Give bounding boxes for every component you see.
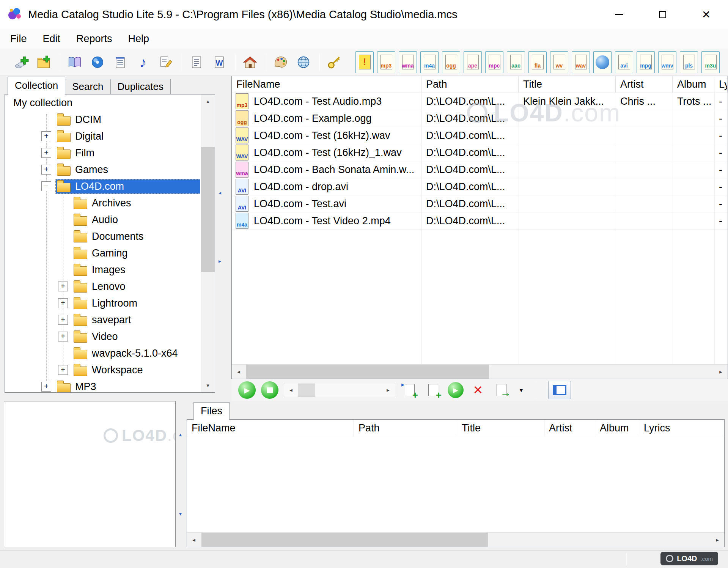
scroll-thumb[interactable] <box>246 365 489 379</box>
seek-right-arrow[interactable]: ▸ <box>381 383 395 397</box>
add-folder-files-button[interactable]: + <box>424 381 442 399</box>
stop-button[interactable] <box>261 381 278 399</box>
format-filter-button[interactable]: ogg <box>442 51 460 73</box>
scroll-right-arrow[interactable]: ▸ <box>714 365 728 379</box>
tree-item[interactable]: Gaming <box>5 245 200 261</box>
scroll-thumb[interactable] <box>201 147 215 272</box>
format-filter-button[interactable]: ! <box>355 51 374 73</box>
file-row[interactable]: ogg LO4D.com - Example.ogg D:\LO4D.com\L… <box>232 110 728 127</box>
home-button[interactable] <box>239 51 261 73</box>
format-filter-button[interactable]: wmv <box>658 51 676 73</box>
format-filter-button[interactable]: wv <box>550 51 568 73</box>
tree-vertical-scrollbar[interactable]: ▴ ▾ <box>201 94 215 392</box>
format-filter-button[interactable]: mp3 <box>377 51 395 73</box>
scroll-down-arrow[interactable]: ▾ <box>201 379 215 392</box>
minimize-button[interactable] <box>597 0 641 29</box>
seek-left-arrow[interactable]: ◂ <box>284 383 298 397</box>
close-button[interactable]: ✕ <box>684 0 728 29</box>
tree-item[interactable]: + MP3 <box>5 378 200 392</box>
format-filter-button[interactable]: avi <box>615 51 633 73</box>
tree-item[interactable]: + Workspace <box>5 362 200 378</box>
column-header[interactable]: Lyr <box>714 76 728 93</box>
tree-item[interactable]: + Games <box>5 161 200 178</box>
format-filter-button[interactable]: m4a <box>420 51 439 73</box>
file-row[interactable]: WAV LO4D.com - Test (16kHz)_1.wav D:\LO4… <box>232 144 728 161</box>
format-filter-button[interactable]: fla <box>528 51 547 73</box>
format-filter-button[interactable]: wma <box>399 51 417 73</box>
tree-item[interactable]: − LO4D.com <box>5 178 200 195</box>
tree-item[interactable]: + Digital <box>5 128 200 145</box>
column-header[interactable]: Title <box>519 76 616 93</box>
tree-item[interactable]: + Lightroom <box>5 295 200 312</box>
scroll-up-arrow[interactable]: ▴ <box>201 94 215 108</box>
format-filter-button[interactable]: m3u <box>701 51 720 73</box>
tree-item[interactable]: + savepart <box>5 312 200 328</box>
scroll-left-arrow[interactable]: ◂ <box>187 533 201 547</box>
column-header[interactable]: Path <box>421 76 519 93</box>
disc-burn-button[interactable] <box>87 51 108 73</box>
notes-button[interactable] <box>110 51 131 73</box>
report-button[interactable] <box>186 51 207 73</box>
seek-bar[interactable]: ◂ ▸ <box>284 383 395 397</box>
left-tab[interactable]: Search <box>65 79 110 94</box>
tree-item[interactable]: DCIM <box>5 111 200 128</box>
file-row[interactable]: WAV LO4D.com - Test (16kHz).wav D:\LO4D.… <box>232 127 728 144</box>
music-button[interactable]: ♪ <box>132 51 154 73</box>
file-row[interactable]: m4a LO4D.com - Test Video 2.mp4 D:\LO4D.… <box>232 212 728 230</box>
file-row[interactable]: mp3 LO4D.com - Test Audio.mp3 D:\LO4D.co… <box>232 93 728 110</box>
format-filter-button[interactable]: pls <box>680 51 698 73</box>
tree-expander[interactable]: + <box>41 131 51 141</box>
format-filter-button[interactable]: mpc <box>485 51 503 73</box>
column-header[interactable]: Album <box>595 420 639 437</box>
tree-expander[interactable]: + <box>58 332 68 341</box>
tree-expander[interactable]: + <box>58 365 68 375</box>
tree-expander[interactable]: + <box>58 282 68 291</box>
scroll-thumb[interactable] <box>201 533 488 547</box>
convert-menu-button[interactable]: ▾ <box>516 381 527 399</box>
tree-expander[interactable]: + <box>41 148 51 158</box>
column-header[interactable]: Artist <box>544 420 595 437</box>
column-header[interactable]: Path <box>354 420 457 437</box>
preview-toggle-button[interactable] <box>548 381 571 399</box>
bottom-splitter[interactable]: ▴ ▾ <box>179 401 184 547</box>
column-header[interactable]: FileName <box>187 420 354 437</box>
format-filter-button[interactable]: ape <box>464 51 482 73</box>
left-tab[interactable]: Collection <box>8 77 65 95</box>
menu-item[interactable]: File <box>2 29 35 49</box>
tree-expander[interactable]: + <box>41 165 51 175</box>
export-word-button[interactable]: W <box>209 51 230 73</box>
menu-item[interactable]: Edit <box>35 29 69 49</box>
file-row[interactable]: AVI LO4D.com - drop.avi D:\LO4D.com\L...… <box>232 178 728 195</box>
maximize-button[interactable] <box>641 0 684 29</box>
file-row[interactable]: wma LO4D.com - Bach Sonata Amin.w... D:\… <box>232 161 728 178</box>
seek-thumb[interactable] <box>298 384 315 396</box>
playlist-horizontal-scrollbar[interactable]: ◂ ▸ <box>187 532 724 547</box>
edit-button[interactable] <box>155 51 176 73</box>
tree-expander[interactable]: − <box>41 181 51 191</box>
tree-item[interactable]: + Video <box>5 328 200 345</box>
skins-button[interactable] <box>270 51 291 73</box>
panel-splitter[interactable]: ◂ ▸ <box>218 76 224 393</box>
loan-manager-button[interactable] <box>64 51 85 73</box>
files-tab[interactable]: Files <box>193 402 230 420</box>
add-files-button[interactable]: ▸ + <box>401 381 419 399</box>
format-filter-button[interactable]: mpg <box>637 51 655 73</box>
format-filter-button[interactable]: wav <box>572 51 590 73</box>
play-file-button[interactable]: ▶ <box>448 382 464 398</box>
tree-item[interactable]: + Lenovo <box>5 278 200 295</box>
menu-item[interactable]: Reports <box>68 29 120 49</box>
tree-item[interactable]: wavpack-5.1.0-x64 <box>5 345 200 362</box>
column-header[interactable]: Artist <box>616 76 673 93</box>
scroll-right-arrow[interactable]: ▸ <box>711 533 724 547</box>
tree-expander[interactable]: + <box>58 298 68 308</box>
tree-item[interactable]: Images <box>5 261 200 278</box>
tree-item[interactable]: Audio <box>5 211 200 228</box>
menu-item[interactable]: Help <box>120 29 157 49</box>
column-header[interactable]: Album <box>673 76 714 93</box>
add-media-button[interactable] <box>11 51 32 73</box>
file-list-horizontal-scrollbar[interactable]: ◂ ▸ <box>232 364 728 379</box>
scroll-left-arrow[interactable]: ◂ <box>232 365 245 379</box>
tree-item[interactable]: Documents <box>5 228 200 245</box>
left-tab[interactable]: Duplicates <box>111 79 171 94</box>
remove-file-button[interactable]: ✕ <box>469 381 487 399</box>
